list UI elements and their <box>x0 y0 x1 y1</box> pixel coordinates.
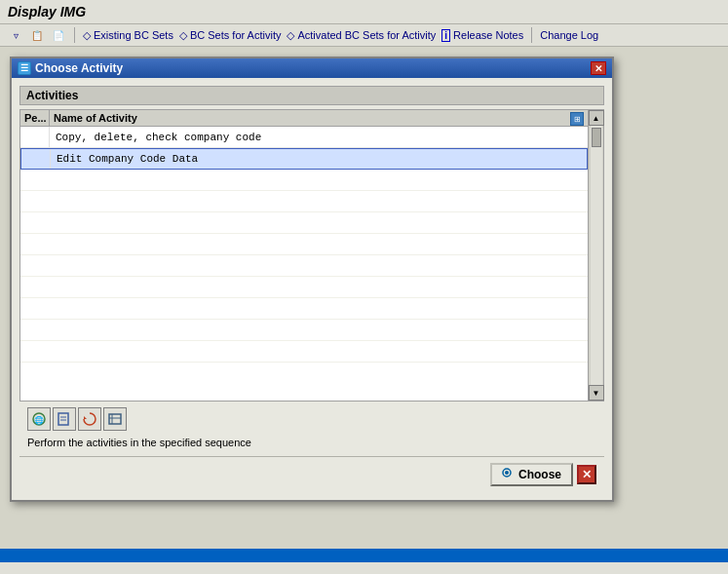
activated-bc-label: Activated BC Sets for Activity <box>297 29 436 41</box>
svg-rect-2 <box>58 413 68 425</box>
toolbar-change-log[interactable]: Change Log <box>540 29 598 41</box>
activated-bc-icon: ◇ <box>287 29 294 42</box>
toolbar-icon-1[interactable]: ▿ <box>8 27 23 43</box>
action-icon-1[interactable]: 🌐 <box>27 407 51 431</box>
table-empty-row <box>20 277 588 298</box>
scrollbar[interactable]: ▲ ▼ <box>588 110 603 401</box>
modal-content: Activities Pe... Name of Activity <box>12 78 612 500</box>
existing-bc-label: Existing BC Sets <box>94 29 173 41</box>
bottom-strip <box>0 549 728 562</box>
main-area: ☰ Choose Activity ✕ Activities Pe... <box>0 47 728 562</box>
activities-table: Pe... Name of Activity Copy, delete, che… <box>19 109 604 402</box>
table-inner: Pe... Name of Activity Copy, delete, che… <box>20 110 588 401</box>
col-header-pe: Pe... <box>20 110 50 126</box>
svg-point-10 <box>505 471 509 475</box>
table-row[interactable]: Edit Company Code Data <box>20 148 588 170</box>
modal-title-left: ☰ Choose Activity <box>18 61 123 75</box>
toolbar-existing-bc[interactable]: ◇ Existing BC Sets <box>83 29 173 42</box>
table-empty-row <box>20 191 588 212</box>
column-resize-icon[interactable]: ⊞ <box>570 112 584 126</box>
modal-titlebar: ☰ Choose Activity ✕ <box>12 58 612 78</box>
bottom-icons: 🌐 <box>27 407 596 431</box>
app-title-bar: Display IMG <box>0 0 728 24</box>
svg-text:🌐: 🌐 <box>34 415 44 425</box>
table-empty-row <box>20 298 588 320</box>
toolbar: ▿ 📋 📄 ◇ Existing BC Sets ◇ BC Sets for A… <box>0 24 728 47</box>
table-header: Pe... Name of Activity <box>20 110 588 127</box>
action-icon-4[interactable] <box>103 407 127 431</box>
modal-bottom-bar: 🌐 <box>19 402 604 456</box>
table-empty-row <box>20 212 588 234</box>
modal-title-text: Choose Activity <box>35 61 123 75</box>
choose-button[interactable]: Choose <box>490 463 573 486</box>
table-empty-row <box>20 341 588 363</box>
app-title: Display IMG <box>8 4 86 19</box>
toolbar-icon-2[interactable]: 📋 <box>29 27 45 43</box>
activities-section-header: Activities <box>19 86 604 105</box>
choose-icon <box>502 468 516 481</box>
release-notes-icon: i <box>441 29 450 42</box>
svg-rect-6 <box>109 414 121 424</box>
modal-footer: Choose ✕ <box>19 456 604 492</box>
table-row[interactable]: Copy, delete, check company code <box>20 127 588 148</box>
toolbar-sep-1 <box>74 27 75 43</box>
table-body: Copy, delete, check company code Edit Co… <box>20 127 588 396</box>
modal-dialog-icon: ☰ <box>18 61 31 75</box>
cancel-button[interactable]: ✕ <box>577 465 596 484</box>
action-icon-2[interactable] <box>53 407 76 431</box>
change-log-label: Change Log <box>540 29 598 41</box>
toolbar-sep-2 <box>531 27 532 43</box>
toolbar-bc-activity[interactable]: ◇ BC Sets for Activity <box>179 29 282 42</box>
release-notes-label: Release Notes <box>453 29 523 41</box>
toolbar-activated-bc[interactable]: ◇ Activated BC Sets for Activity <box>287 29 436 42</box>
cell-pe-2 <box>21 149 51 169</box>
table-empty-row <box>20 234 588 255</box>
modal-close-button[interactable]: ✕ <box>591 61 606 75</box>
scroll-track[interactable] <box>591 126 602 385</box>
table-empty-row <box>20 170 588 191</box>
table-empty-row <box>20 320 588 341</box>
modal-dialog: ☰ Choose Activity ✕ Activities Pe... <box>10 57 614 502</box>
scroll-up-button[interactable]: ▲ <box>589 110 604 126</box>
bc-activity-icon: ◇ <box>179 29 187 42</box>
svg-marker-5 <box>84 416 87 419</box>
scroll-down-button[interactable]: ▼ <box>589 385 604 401</box>
cell-pe-1 <box>20 127 50 147</box>
action-icon-3[interactable] <box>78 407 101 431</box>
col-header-name: Name of Activity <box>50 110 588 126</box>
table-empty-row <box>20 255 588 277</box>
cell-name-1: Copy, delete, check company code <box>50 130 588 145</box>
existing-bc-icon: ◇ <box>83 29 91 42</box>
status-text: Perform the activities in the specified … <box>27 435 596 450</box>
toolbar-release-notes[interactable]: i Release Notes <box>441 29 523 42</box>
cell-name-2: Edit Company Code Data <box>51 151 587 167</box>
scroll-thumb[interactable] <box>592 128 601 147</box>
toolbar-icon-3[interactable]: 📄 <box>51 27 66 43</box>
bc-activity-label: BC Sets for Activity <box>190 29 282 41</box>
